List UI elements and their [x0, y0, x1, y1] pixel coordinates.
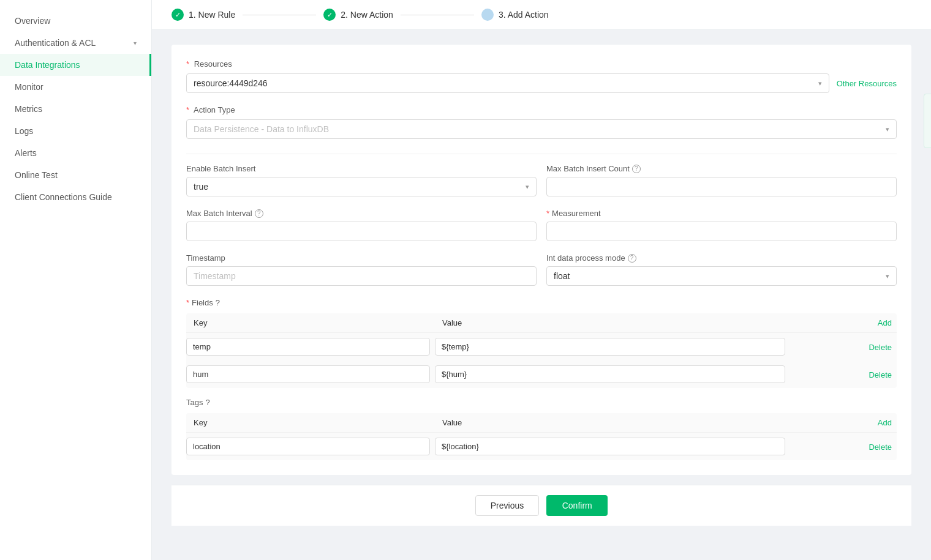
timestamp-label: Timestamp — [186, 253, 537, 263]
info-box: Multiple actions can be added to the sam… — [924, 94, 931, 148]
fields-key-input-2[interactable] — [186, 365, 430, 383]
measurement-label: * Measurement — [546, 209, 897, 218]
previous-button[interactable]: Previous — [475, 495, 539, 516]
sidebar-item-auth-acl[interactable]: Authentication & ACL ▾ — [0, 32, 151, 54]
sidebar-item-monitor[interactable]: Monitor — [0, 76, 151, 98]
required-marker: * — [186, 105, 189, 114]
sidebar-item-metrics[interactable]: Metrics — [0, 98, 151, 120]
max-batch-interval-help-icon[interactable]: ? — [255, 209, 263, 218]
step-1-label: 1. New Rule — [189, 10, 235, 20]
fields-delete-cell-2: Delete — [790, 360, 897, 388]
resources-value: resource:4449d246 — [194, 78, 268, 88]
max-batch-insert-count-input[interactable]: 100 — [546, 177, 897, 196]
fields-key-input-1[interactable] — [186, 338, 430, 356]
required-marker: * — [546, 209, 549, 218]
enable-batch-insert-arrow: ▾ — [526, 183, 529, 191]
fields-row-1: Delete — [186, 333, 897, 361]
tags-key-input-1[interactable] — [186, 438, 430, 455]
fields-delete-btn-2[interactable]: Delete — [869, 370, 892, 379]
resources-row: resource:4449d246 ▾ Other Resources — [186, 73, 897, 93]
sidebar-item-client-connections[interactable]: Client Connections Guide — [0, 186, 151, 208]
sidebar-item-online-test[interactable]: Online Test — [0, 164, 151, 186]
step-3-label: 3. Add Action — [499, 10, 549, 20]
max-batch-interval-input[interactable]: 10 — [186, 222, 537, 241]
timestamp-input[interactable] — [186, 266, 537, 286]
resources-select[interactable]: resource:4449d246 ▾ — [186, 73, 829, 93]
tags-help-icon[interactable]: ? — [205, 398, 209, 407]
resources-dropdown-arrow: ▾ — [818, 80, 822, 88]
tags-value-header: Value — [435, 413, 790, 433]
step-1-icon: ✓ — [172, 9, 184, 21]
sidebar-item-label: Logs — [15, 126, 33, 136]
step-new-rule: ✓ 1. New Rule — [172, 9, 235, 21]
int-data-process-label: Int data process mode ? — [546, 253, 897, 263]
tags-value-cell-1 — [435, 433, 790, 461]
bottom-bar: Previous Confirm — [172, 485, 911, 526]
fields-add-header[interactable]: Add — [790, 313, 897, 333]
tags-value-input-1[interactable] — [435, 438, 785, 455]
max-batch-insert-count-label: Max Batch Insert Count ? — [546, 164, 897, 173]
fields-value-header: Value — [435, 313, 790, 333]
sidebar-item-label: Client Connections Guide — [15, 192, 112, 202]
enable-batch-insert-group: Enable Batch Insert true ▾ — [186, 164, 537, 196]
tags-label: Tags ? — [186, 398, 897, 407]
sidebar-item-label: Authentication & ACL — [15, 38, 96, 48]
form-panel: Multiple actions can be added to the sam… — [172, 45, 911, 475]
sidebar-item-logs[interactable]: Logs — [0, 120, 151, 142]
confirm-button[interactable]: Confirm — [546, 495, 608, 516]
tags-key-header: Key — [186, 413, 435, 433]
step-2-label: 2. New Action — [341, 10, 393, 20]
row-timestamp: Timestamp Int data process mode ? float … — [186, 253, 897, 286]
sidebar-item-alerts[interactable]: Alerts — [0, 142, 151, 164]
step-3-icon — [481, 9, 494, 21]
required-marker: * — [186, 298, 189, 307]
int-data-process-group: Int data process mode ? float ▾ — [546, 253, 897, 286]
measurement-input[interactable]: temp_hum — [546, 222, 897, 241]
max-batch-insert-count-help-icon[interactable]: ? — [632, 165, 641, 173]
form-content: Multiple actions can be added to the sam… — [152, 30, 931, 540]
tags-section: Tags ? Key Value Add — [186, 398, 897, 460]
tags-delete-btn-1[interactable]: Delete — [869, 442, 892, 452]
enable-batch-insert-select[interactable]: true ▾ — [186, 177, 537, 196]
measurement-group: * Measurement temp_hum — [546, 209, 897, 241]
sidebar: Overview Authentication & ACL ▾ Data Int… — [0, 0, 152, 560]
action-type-placeholder: Data Persistence - Data to InfluxDB — [194, 124, 329, 134]
fields-delete-btn-1[interactable]: Delete — [869, 343, 892, 352]
fields-key-header: Key — [186, 313, 435, 333]
step-line-1 — [243, 15, 316, 15]
int-data-process-arrow: ▾ — [886, 272, 889, 280]
sidebar-item-label: Alerts — [15, 148, 37, 158]
divider-1 — [186, 154, 897, 154]
resources-label: * Resources — [186, 59, 897, 69]
sidebar-item-label: Overview — [15, 16, 50, 26]
sidebar-item-label: Monitor — [15, 82, 43, 92]
tags-add-header[interactable]: Add — [790, 413, 897, 433]
fields-value-input-1[interactable] — [435, 338, 785, 356]
fields-value-cell-2 — [435, 360, 790, 388]
row-batch-insert: Enable Batch Insert true ▾ Max Batch Ins… — [186, 164, 897, 196]
fields-key-cell-1 — [186, 333, 435, 361]
step-line-2 — [401, 15, 474, 15]
sidebar-item-overview[interactable]: Overview — [0, 10, 151, 32]
action-type-label: * Action Type — [186, 105, 897, 114]
required-marker: * — [186, 59, 189, 69]
resources-select-wrapper: resource:4449d246 ▾ — [186, 73, 829, 93]
max-batch-interval-label: Max Batch Interval ? — [186, 209, 537, 218]
fields-key-cell-2 — [186, 360, 435, 388]
int-data-process-select[interactable]: float ▾ — [546, 266, 897, 286]
fields-help-icon[interactable]: ? — [216, 298, 220, 307]
action-type-select[interactable]: Data Persistence - Data to InfluxDB ▾ — [186, 119, 897, 139]
tags-table: Key Value Add — [186, 413, 897, 460]
int-data-process-value: float — [554, 271, 570, 281]
other-resources-link[interactable]: Other Resources — [837, 79, 897, 88]
timestamp-group: Timestamp — [186, 253, 537, 286]
sidebar-item-data-integrations[interactable]: Data Integrations — [0, 54, 151, 76]
row-batch-interval: Max Batch Interval ? 10 * Measurement te… — [186, 209, 897, 241]
fields-value-input-2[interactable] — [435, 365, 785, 383]
steps-bar: ✓ 1. New Rule ✓ 2. New Action 3. Add Act… — [152, 0, 931, 30]
int-data-process-help-icon[interactable]: ? — [628, 254, 636, 263]
fields-label: * Fields ? — [186, 298, 897, 307]
enable-batch-insert-label: Enable Batch Insert — [186, 164, 537, 173]
max-batch-insert-count-group: Max Batch Insert Count ? 100 — [546, 164, 897, 196]
fields-section: * Fields ? Key Value Add — [186, 298, 897, 388]
